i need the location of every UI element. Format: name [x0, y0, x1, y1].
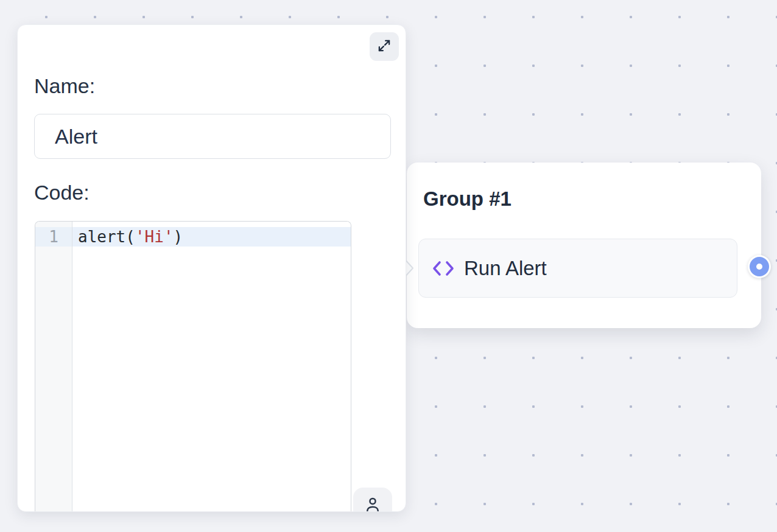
code-editor[interactable]: 1 alert('Hi')	[35, 221, 351, 512]
node-editor-panel: Name: Code: 1 alert('Hi')	[17, 24, 406, 512]
code-editor-content[interactable]: alert('Hi')	[72, 222, 351, 512]
person-button[interactable]	[353, 488, 392, 512]
flow-canvas[interactable]: { "canvas": { "background_color": "#f1f2…	[0, 0, 777, 532]
line-number: 1	[35, 227, 72, 247]
name-input[interactable]	[34, 114, 391, 159]
code-token-call: alert(	[78, 228, 135, 246]
code-token-close: )	[174, 228, 183, 246]
code-label: Code:	[34, 179, 90, 206]
expand-diagonal-icon	[376, 38, 392, 55]
code-line: alert('Hi')	[72, 227, 351, 247]
code-brackets-icon	[432, 261, 455, 276]
node-label: Run Alert	[464, 257, 547, 280]
person-icon	[364, 495, 382, 512]
name-label: Name:	[34, 72, 95, 99]
group-card[interactable]: Group #1 Run Alert	[407, 163, 761, 328]
output-handle[interactable]	[750, 257, 769, 276]
code-token-string: 'Hi'	[135, 228, 174, 246]
group-title: Group #1	[423, 186, 512, 212]
expand-button[interactable]	[370, 32, 399, 61]
node-run-alert[interactable]: Run Alert	[418, 239, 737, 298]
code-editor-gutter: 1	[35, 222, 72, 512]
